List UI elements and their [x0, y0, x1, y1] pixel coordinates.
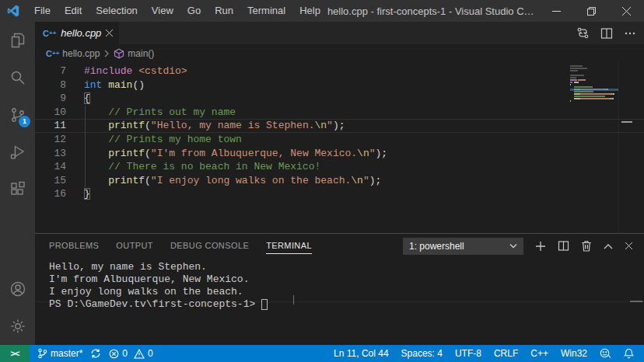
- minimap[interactable]: [570, 65, 618, 103]
- terminal-selector[interactable]: 1: powershell: [403, 238, 523, 255]
- code-line-10[interactable]: 10 // Prints out my name: [35, 106, 644, 120]
- sync-changes-item[interactable]: [90, 348, 101, 359]
- cpp-file-icon: C++: [43, 29, 56, 38]
- terminal-prompt-line: PS D:\GameDev.tv\first-concepts-1>: [49, 298, 644, 311]
- code-token: );: [333, 120, 345, 131]
- menu-item-help[interactable]: Help: [292, 0, 327, 22]
- menu-item-view[interactable]: View: [145, 0, 180, 22]
- code-line-11[interactable]: 11 printf("Hello, my name is Stephen.\n"…: [35, 119, 644, 133]
- breadcrumb: C++ hello.cpp main(): [35, 44, 644, 62]
- minimap-seg: [570, 65, 583, 67]
- explorer-icon[interactable]: [0, 22, 35, 59]
- close-panel-icon[interactable]: [625, 242, 633, 250]
- code-token: (: [145, 175, 151, 186]
- code-token: printf: [108, 148, 145, 159]
- code-token: [84, 148, 108, 159]
- manage-gear-icon[interactable]: [0, 308, 35, 345]
- line-number[interactable]: 12: [35, 133, 66, 147]
- line-content: printf("I enjoy long walks on the beach.…: [84, 174, 381, 188]
- code-line-7[interactable]: 7#include <cstdio>: [35, 64, 644, 78]
- code-token: (: [145, 120, 151, 131]
- code-line-14[interactable]: 14 // There is no beach in New Mexico!: [35, 160, 644, 174]
- split-editor-icon[interactable]: [600, 27, 613, 40]
- terminal[interactable]: Hello, my name is Stephen.I'm from Albuq…: [35, 258, 644, 311]
- panel-tabs: PROBLEMSOUTPUTDEBUG CONSOLETERMINAL: [49, 235, 312, 257]
- line-content: // Prints my home town: [84, 133, 242, 147]
- cursor-position[interactable]: Ln 11, Col 44: [334, 348, 389, 359]
- close-button[interactable]: [609, 0, 644, 22]
- menu-item-file[interactable]: File: [27, 0, 58, 22]
- open-changes-icon[interactable]: [576, 26, 590, 40]
- line-number[interactable]: 16: [35, 187, 66, 201]
- tab-hello-cpp[interactable]: C++ hello.cpp: [35, 22, 119, 44]
- more-actions-icon[interactable]: [624, 27, 636, 40]
- line-number[interactable]: 13: [35, 147, 66, 161]
- line-number[interactable]: 11: [35, 119, 66, 133]
- maximize-panel-icon[interactable]: [604, 243, 613, 249]
- eol-sequence[interactable]: CRLF: [494, 348, 518, 359]
- minimap-row: [570, 68, 618, 69]
- menu-item-edit[interactable]: Edit: [58, 0, 89, 22]
- menu-item-run[interactable]: Run: [208, 0, 240, 22]
- line-number[interactable]: 10: [35, 106, 66, 120]
- chevron-down-icon: [509, 243, 517, 249]
- language-mode[interactable]: C++: [530, 348, 548, 359]
- line-content: }: [84, 187, 90, 201]
- editor-actions: [576, 22, 636, 44]
- minimize-button[interactable]: [539, 0, 574, 22]
- kill-terminal-icon[interactable]: [581, 240, 592, 252]
- panel-tab-debug-console[interactable]: DEBUG CONSOLE: [170, 235, 249, 257]
- menu-item-terminal[interactable]: Terminal: [240, 0, 292, 22]
- panel-tab-terminal[interactable]: TERMINAL: [266, 235, 312, 257]
- code-line-15[interactable]: 15 printf("I enjoy long walks on the bea…: [35, 174, 644, 188]
- menu-item-go[interactable]: Go: [180, 0, 208, 22]
- platform-target[interactable]: Win32: [561, 348, 587, 359]
- code-token: \n: [314, 120, 327, 131]
- code-token: int: [84, 79, 102, 91]
- feedback-icon[interactable]: [600, 348, 611, 359]
- tab-close-icon[interactable]: [106, 30, 113, 37]
- line-number[interactable]: 15: [35, 174, 66, 188]
- line-number[interactable]: 14: [35, 160, 66, 174]
- split-terminal-icon[interactable]: [558, 240, 569, 252]
- menu-item-selection[interactable]: Selection: [89, 0, 144, 22]
- search-icon[interactable]: [0, 59, 35, 96]
- code-token: [84, 106, 108, 118]
- breadcrumb-file[interactable]: hello.cpp: [62, 48, 100, 59]
- line-number[interactable]: 8: [35, 78, 66, 92]
- code-line-16[interactable]: 16}: [35, 187, 644, 201]
- minimap-seg: [574, 98, 579, 99]
- code-token: );: [369, 175, 382, 186]
- activity-bar-spacer: [0, 208, 35, 270]
- run-debug-icon[interactable]: [0, 134, 35, 171]
- restore-button[interactable]: [574, 0, 609, 22]
- code-editor[interactable]: 7#include <cstdio>8int main()9{10 // Pri…: [35, 62, 644, 233]
- code-line-8[interactable]: 8int main(): [35, 78, 644, 92]
- git-branch-item[interactable]: master*: [37, 348, 82, 359]
- new-terminal-icon[interactable]: [535, 241, 546, 252]
- panel-tab-output[interactable]: OUTPUT: [116, 235, 153, 257]
- panel-tab-problems[interactable]: PROBLEMS: [49, 235, 99, 257]
- indentation[interactable]: Spaces: 4: [401, 348, 443, 359]
- line-number[interactable]: 7: [35, 64, 66, 78]
- breadcrumb-symbol[interactable]: main(): [128, 48, 154, 59]
- remote-indicator[interactable]: ><: [0, 345, 30, 362]
- problems-item[interactable]: 0 0: [109, 348, 152, 359]
- accounts-icon[interactable]: [0, 270, 35, 308]
- source-control-icon[interactable]: 1: [0, 96, 35, 134]
- line-number[interactable]: 9: [35, 92, 66, 106]
- code-token: (: [145, 148, 151, 159]
- line-content: #include <cstdio>: [84, 64, 187, 78]
- code-line-13[interactable]: 13 printf("I'm from Albuquerque, New Mex…: [35, 147, 644, 161]
- minimap-border: [618, 62, 619, 233]
- breadcrumb-cpp-icon: C++: [46, 49, 59, 58]
- code-token: #include: [84, 65, 132, 77]
- minimap-seg: [580, 98, 610, 99]
- code-line-9[interactable]: 9{: [35, 92, 644, 106]
- code-token: );: [376, 148, 388, 159]
- indent-guide: [85, 106, 86, 188]
- extensions-icon[interactable]: [0, 171, 35, 208]
- code-line-12[interactable]: 12 // Prints my home town: [35, 133, 644, 147]
- notifications-bell-icon[interactable]: [624, 348, 634, 359]
- encoding[interactable]: UTF-8: [455, 348, 481, 359]
